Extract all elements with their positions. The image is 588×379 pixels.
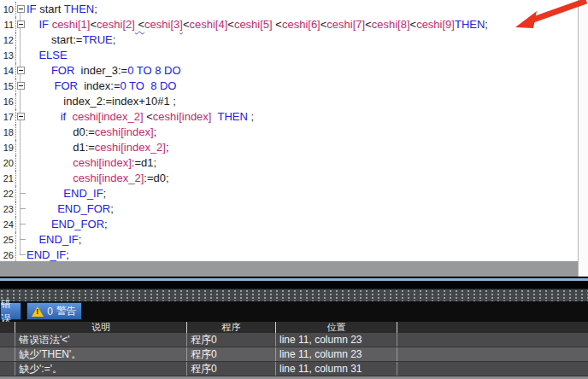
row-icon-cell: [0, 347, 15, 361]
row-filler: [397, 333, 588, 347]
error-description: 缺少'THEN'。: [15, 347, 186, 361]
code-token: ceshi[9]: [416, 18, 455, 31]
code-token: :=d1;: [132, 156, 156, 169]
code-text: d1:=ceshi[index_2];: [26, 140, 169, 155]
fold-gutter: [16, 186, 26, 201]
fold-gutter: [16, 140, 26, 155]
code-line[interactable]: 21 ceshi[index_2]:=d0;: [0, 171, 588, 186]
code-token: ceshi[index_2]: [72, 110, 143, 123]
code-line[interactable]: 12 start:=TRUE;: [0, 32, 588, 48]
code-line[interactable]: 14 FOR inder_3:=0 TO 8 DO: [0, 63, 588, 79]
fold-collapse-icon[interactable]: [17, 67, 25, 74]
code-token: [26, 79, 55, 92]
fold-gutter: [16, 109, 26, 125]
code-token: d0:=: [26, 125, 95, 138]
error-program: 程序0: [186, 347, 275, 361]
code-token: index_2:=index+10#1 ;: [26, 95, 176, 108]
fold-collapse-icon[interactable]: [17, 5, 25, 13]
line-number: 10: [0, 2, 16, 17]
code-token: <: [144, 110, 153, 123]
code-token: [26, 156, 73, 169]
code-token: FOR: [51, 64, 74, 77]
error-description: 错误语法'<': [15, 333, 186, 347]
code-text: END_IF;: [26, 232, 81, 248]
code-token: ;: [94, 3, 97, 15]
code-token: <: [410, 18, 417, 31]
code-line[interactable]: 16 index_2:=index+10#1 ;: [0, 94, 588, 109]
fold-tick: [20, 224, 26, 224]
tab-warnings[interactable]: 0 警告: [26, 302, 82, 320]
code-text: ceshi[index]:=d1;: [26, 155, 156, 171]
code-token: start:=: [26, 33, 82, 46]
error-row[interactable]: 错误语法'<'程序0line 11, column 23: [0, 333, 588, 347]
error-program: 程序0: [186, 333, 275, 347]
fold-collapse-icon[interactable]: [17, 82, 25, 90]
horizontal-scrollbar[interactable]: [0, 261, 578, 277]
code-token: ceshi[5]: [234, 18, 273, 31]
vertical-scrollbar[interactable]: [578, 0, 588, 277]
fold-gutter: [16, 155, 26, 171]
code-line[interactable]: 18 d0:=ceshi[index];: [0, 125, 588, 140]
message-table-header: 说明 程序 位置: [0, 322, 588, 333]
tab-errors[interactable]: 错误: [0, 302, 21, 320]
code-token: ;: [103, 187, 107, 200]
code-token: ceshi[index]: [95, 125, 154, 138]
code-line[interactable]: 24 END_FOR;: [0, 217, 588, 232]
code-token: [26, 64, 51, 77]
code-token: index:=: [78, 79, 121, 92]
code-token: :=d0;: [144, 172, 168, 184]
code-token: ELSE: [38, 49, 67, 61]
code-text: FOR index:=0 TO 8 DO: [26, 79, 176, 94]
code-line[interactable]: 17 if ceshi[index_2] <ceshi[index] THEN …: [0, 109, 588, 125]
row-icon-cell: [0, 362, 15, 376]
fold-gutter: [16, 79, 26, 94]
code-line[interactable]: 23 END_FOR;: [0, 201, 588, 217]
panel-splitter-handle[interactable]: [0, 289, 588, 301]
line-number: 11: [0, 17, 16, 32]
code-token: THEN: [455, 18, 485, 31]
error-row[interactable]: 缺少'THEN'。程序0line 11, column 23: [0, 347, 588, 362]
line-number: 14: [0, 63, 16, 79]
code-line[interactable]: 13 ELSE: [0, 48, 588, 63]
error-program: 程序0: [186, 362, 275, 376]
code-token: ;: [485, 18, 488, 31]
divider: [0, 281, 588, 289]
error-row[interactable]: 缺少':='。程序0line 11, column 31: [0, 362, 588, 376]
code-token: ceshi[index_2]: [73, 172, 144, 184]
fold-collapse-icon[interactable]: [17, 113, 25, 120]
code-token: ;: [104, 218, 108, 230]
error-position: line 11, column 23: [275, 333, 397, 347]
error-description: 缺少':='。: [15, 362, 186, 376]
code-token: THEN: [64, 3, 94, 15]
code-editor[interactable]: 10IF start THEN;11 IF ceshi[1]<ceshi[2] …: [0, 0, 588, 261]
code-token: ;: [79, 233, 82, 246]
row-filler: [397, 362, 588, 376]
code-token: END_FOR: [57, 202, 110, 215]
fold-collapse-icon[interactable]: [17, 20, 25, 28]
fold-gutter: [16, 232, 26, 248]
code-line[interactable]: 15 FOR index:=0 TO 8 DO: [0, 79, 588, 94]
code-line[interactable]: 26END_IF;: [0, 248, 588, 261]
code-line[interactable]: 20 ceshi[index]:=d1;: [0, 155, 588, 171]
code-token: ;: [110, 202, 114, 215]
code-line[interactable]: 22 END_IF;: [0, 186, 588, 201]
code-token: [26, 233, 38, 246]
fold-gutter: [16, 217, 26, 232]
code-token: <: [90, 18, 97, 31]
code-token: ceshi[2]: [97, 18, 135, 31]
code-token: THEN: [217, 110, 247, 123]
code-text: index_2:=index+10#1 ;: [26, 94, 176, 109]
line-number: 18: [0, 125, 16, 140]
tab-warnings-label: 警告: [56, 304, 77, 318]
error-position: line 11, column 31: [275, 362, 397, 376]
code-line[interactable]: 25 END_IF;: [0, 232, 588, 248]
code-line[interactable]: 11 IF ceshi[1]<ceshi[2] <ceshi[3]<ceshi[…: [0, 17, 588, 32]
code-token: [26, 218, 51, 230]
code-token: 0 TO 8 DO: [120, 79, 176, 92]
line-number: 25: [0, 232, 16, 248]
code-token: [26, 172, 73, 184]
code-line[interactable]: 19 d1:=ceshi[index_2];: [0, 140, 588, 155]
code-text: start:=TRUE;: [26, 32, 115, 48]
line-number: 20: [0, 155, 16, 171]
code-line[interactable]: 10IF start THEN;: [0, 2, 588, 17]
